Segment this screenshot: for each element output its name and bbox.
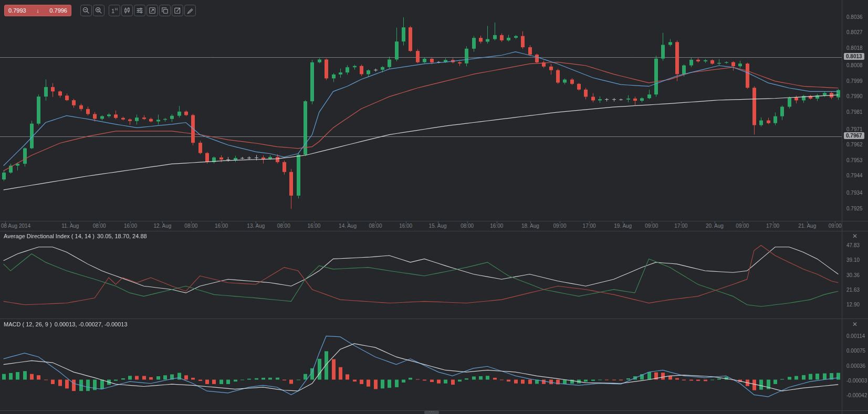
price-chart-canvas[interactable] bbox=[0, 0, 842, 221]
price-tick-label: 0.8027 bbox=[846, 29, 863, 35]
time-axis-label: 17:00 bbox=[766, 223, 779, 229]
macd-panel-separator bbox=[0, 319, 868, 319]
time-axis-label: 16:00 bbox=[490, 223, 503, 229]
price-tick-label: 0.7971 bbox=[846, 126, 863, 132]
macd-tick-label: -0.00042 bbox=[846, 392, 867, 398]
time-axis-label: 17:00 bbox=[674, 223, 687, 229]
price-tick-label: 0.7990 bbox=[846, 93, 863, 99]
indicator-settings-button[interactable] bbox=[134, 5, 145, 16]
timeframe-label: 1H bbox=[111, 7, 118, 14]
timeframe-button[interactable]: 1H bbox=[109, 5, 120, 16]
time-axis-label: 09:00 bbox=[829, 223, 842, 229]
time-axis-label: 08:00 bbox=[461, 223, 474, 229]
macd-values: 0.00013, -0.00027, -0.00013 bbox=[55, 321, 128, 327]
indicator-settings-icon bbox=[136, 7, 143, 14]
time-axis-label: 11. Aug bbox=[61, 223, 79, 229]
price-line-badge: 0.7967 bbox=[844, 132, 864, 139]
price-tick-label: 0.8018 bbox=[846, 45, 863, 51]
time-axis-label: 08:00 bbox=[184, 223, 197, 229]
time-axis-label: 12. Aug bbox=[153, 223, 171, 229]
time-axis-label: 16:00 bbox=[307, 223, 320, 229]
time-axis[interactable]: 08 Aug 201411. Aug08:0016:0012. Aug08:00… bbox=[0, 221, 842, 231]
time-axis-label: 08:00 bbox=[277, 223, 290, 229]
zoom-in-icon bbox=[95, 7, 102, 14]
price-tick-label: 0.7925 bbox=[846, 206, 863, 211]
time-axis-label: 15. Aug bbox=[429, 223, 447, 229]
price-line-badge: 0.8013 bbox=[844, 53, 864, 60]
price-tick-label: 0.8036 bbox=[846, 14, 863, 20]
time-axis-label: 08:00 bbox=[369, 223, 382, 229]
price-tick-label: 0.7981 bbox=[846, 109, 863, 115]
time-axis-label: 13. Aug bbox=[247, 223, 265, 229]
macd-tick-label: 0.00114 bbox=[846, 333, 865, 339]
adx-tick-label: 39.10 bbox=[846, 257, 860, 263]
adx-panel-canvas[interactable] bbox=[0, 231, 842, 319]
adx-tick-label: 12.90 bbox=[846, 302, 860, 307]
direction-down-arrow-icon: ↓ bbox=[36, 7, 39, 14]
macd-tick-label: -0.00003 bbox=[846, 378, 867, 384]
ask-price: 0.7996 bbox=[49, 7, 67, 14]
time-axis-label: 09:00 bbox=[553, 223, 566, 229]
adx-indicator-header: Average Directional Index ( 14, 14 )30.0… bbox=[4, 233, 147, 239]
time-axis-label: 08 Aug 2014 bbox=[1, 223, 30, 229]
time-axis-label: 20. Aug bbox=[706, 223, 724, 229]
adx-panel-separator bbox=[0, 231, 868, 231]
adx-tick-label: 21.63 bbox=[846, 287, 860, 293]
macd-tick-label: 0.00075 bbox=[846, 348, 865, 354]
time-axis-label: 09:00 bbox=[645, 223, 658, 229]
price-tick-label: 0.8008 bbox=[846, 62, 863, 68]
edit-note-button[interactable] bbox=[172, 5, 183, 16]
macd-indicator-header: MACD ( 12, 26, 9 )0.00013, -0.00027, -0.… bbox=[4, 321, 128, 327]
time-axis-label: 16:00 bbox=[124, 223, 137, 229]
time-axis-label: 18. Aug bbox=[521, 223, 539, 229]
price-tick-label: 0.7962 bbox=[846, 142, 863, 147]
adx-close-icon[interactable]: ✕ bbox=[851, 232, 859, 240]
handle-dots: ··· bbox=[429, 411, 435, 412]
macd-close-icon[interactable]: ✕ bbox=[851, 321, 859, 328]
edit-note-icon bbox=[174, 7, 181, 14]
chart-toolbar: 0.7993 ↓ 0.7996 1H bbox=[4, 5, 196, 16]
price-tick-label: 0.7934 bbox=[846, 190, 863, 196]
bid-ask-quote-button[interactable]: 0.7993 ↓ 0.7996 bbox=[4, 5, 71, 16]
adx-tick-label: 30.36 bbox=[846, 272, 860, 278]
zoom-in-button[interactable] bbox=[93, 5, 104, 16]
macd-panel-canvas[interactable] bbox=[0, 319, 842, 410]
time-axis-label: 09:00 bbox=[736, 223, 749, 229]
macd-tick-label: 0.00036 bbox=[846, 363, 865, 369]
bid-price: 0.7993 bbox=[8, 7, 26, 14]
time-axis-label: 16:00 bbox=[399, 223, 412, 229]
time-axis-label: 17:00 bbox=[583, 223, 596, 229]
candlestick-chart-icon bbox=[123, 7, 131, 14]
chart-type-button[interactable] bbox=[121, 5, 133, 16]
copy-chart-button[interactable] bbox=[159, 5, 171, 16]
trading-chart-app: 0.80360.80270.80180.80080.79990.79900.79… bbox=[0, 0, 868, 414]
adx-tick-label: 47.83 bbox=[846, 242, 860, 248]
time-axis-label: 21. Aug bbox=[798, 223, 816, 229]
zoom-out-button[interactable] bbox=[80, 5, 92, 16]
time-axis-label: 19. Aug bbox=[614, 223, 632, 229]
price-axis[interactable]: 0.80360.80270.80180.80080.79990.79900.79… bbox=[842, 0, 868, 414]
macd-title: MACD ( 12, 26, 9 ) bbox=[4, 321, 52, 327]
time-axis-label: 16:00 bbox=[215, 223, 228, 229]
expand-icon bbox=[149, 7, 156, 14]
expand-chart-button[interactable] bbox=[147, 5, 158, 16]
price-tick-label: 0.7999 bbox=[846, 78, 863, 84]
zoom-out-icon bbox=[82, 7, 90, 14]
adx-title: Average Directional Index ( 14, 14 ) bbox=[4, 233, 95, 239]
time-axis-separator bbox=[0, 221, 868, 221]
panel-resize-handle[interactable]: ··· bbox=[424, 411, 439, 414]
adx-values: 30.05, 18.70, 24.88 bbox=[97, 233, 147, 239]
time-axis-label: 14. Aug bbox=[339, 223, 357, 229]
price-tick-label: 0.7944 bbox=[846, 173, 863, 178]
price-tick-label: 0.7953 bbox=[846, 157, 863, 163]
time-axis-label: 08:00 bbox=[93, 223, 106, 229]
copy-chart-icon bbox=[161, 7, 169, 14]
draw-pencil-icon bbox=[186, 7, 194, 14]
draw-tools-button[interactable] bbox=[184, 5, 196, 16]
